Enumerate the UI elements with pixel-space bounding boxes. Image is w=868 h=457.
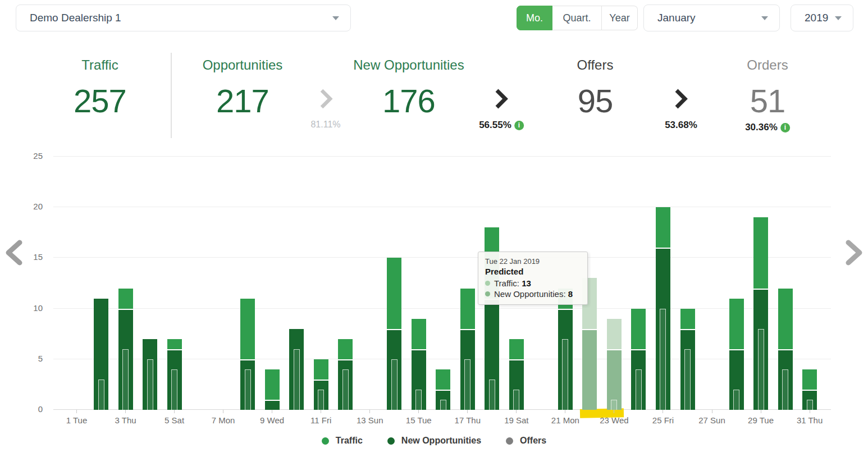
month-select[interactable]: January [643, 4, 780, 31]
legend-item-offers[interactable]: Offers [506, 436, 546, 446]
x-axis-tick-25 [663, 410, 663, 413]
x-axis-label-23: 23 Wed [590, 415, 639, 425]
chevron-right-icon [319, 88, 334, 109]
x-axis-tick-31 [810, 410, 810, 413]
x-axis-label-29: 29 Tue [736, 415, 785, 425]
kpi-traffic-label: Traffic [81, 57, 118, 73]
x-axis-tick-13 [369, 410, 370, 413]
chevron-down-icon [332, 16, 339, 20]
x-axis-label-5: 5 Sat [150, 415, 199, 425]
x-axis-label-17: 17 Thu [443, 415, 492, 425]
chevron-right-icon [494, 88, 509, 109]
x-axis-label-27: 27 Sun [687, 415, 737, 425]
bar-offers-day-15[interactable] [415, 390, 422, 410]
x-axis-tick-1 [76, 410, 77, 413]
tooltip-date: Tue 22 Jan 2019 [485, 257, 581, 266]
kpi-divider [171, 53, 172, 138]
period-toggle-month[interactable]: Mo. [517, 6, 552, 30]
orders-pct: 30.36% i [745, 122, 790, 133]
x-axis-tick-3 [125, 410, 126, 413]
bar-offers-day-31[interactable] [807, 400, 813, 410]
year-select-value: 2019 [805, 12, 828, 24]
x-axis-label-11: 11 Fri [296, 415, 346, 425]
legend-label-traffic: Traffic [336, 436, 363, 446]
x-axis-label-19: 19 Sat [492, 415, 541, 425]
chevron-down-icon [835, 16, 842, 20]
kpi-new-opportunities-value: 176 [382, 82, 435, 120]
tooltip-row-new-opportunities: New Opportunities: 8 [485, 289, 581, 299]
bar-offers-day-26[interactable] [684, 349, 691, 410]
tooltip-title: Predicted [485, 267, 581, 276]
kpi-opportunities-value: 217 [216, 82, 269, 120]
bar-offers-day-3[interactable] [122, 349, 129, 410]
x-axis-tick-9 [272, 410, 272, 413]
bar-offers-day-12[interactable] [342, 369, 349, 410]
kpi-offers-label: Offers [577, 57, 614, 73]
bar-offers-day-18[interactable] [489, 380, 495, 410]
bar-offers-day-17[interactable] [464, 359, 470, 410]
bar-offers-day-29[interactable] [758, 329, 764, 410]
chart-legend: TrafficNew OpportunitiesOffers [0, 436, 868, 446]
bar-offers-day-11[interactable] [318, 390, 324, 410]
kpi-opportunities-label: Opportunities [203, 57, 283, 73]
y-axis-label-0: 0 [20, 404, 43, 414]
bar-offers-day-21[interactable] [562, 339, 568, 410]
dashboard: Demo Dealership 1 Mo. Quart. Year Januar… [0, 0, 868, 457]
bar-offers-day-8[interactable] [245, 369, 251, 410]
legend-item-new-opportunities[interactable]: New Opportunities [387, 436, 481, 446]
bar-offers-day-30[interactable] [782, 369, 788, 410]
bar-offers-day-19[interactable] [513, 390, 519, 410]
y-axis-label-10: 10 [20, 303, 43, 313]
chevron-right-icon [674, 88, 688, 109]
bar-offers-day-10[interactable] [294, 349, 300, 410]
x-axis-label-13: 13 Sun [345, 415, 395, 425]
bar-offers-day-25[interactable] [660, 309, 666, 410]
bar-offers-day-14[interactable] [391, 359, 398, 410]
bar-offers-day-16[interactable] [440, 400, 446, 410]
kpi-new-opportunities-label: New Opportunities [353, 57, 464, 73]
info-icon[interactable]: i [514, 121, 524, 130]
info-icon[interactable]: i [780, 123, 790, 132]
bar-offers-day-23[interactable] [611, 400, 617, 410]
dealership-select-value: Demo Dealership 1 [30, 12, 121, 24]
x-axis-label-15: 15 Tue [394, 415, 444, 425]
new-opportunities-legend-dot-icon [387, 437, 395, 445]
new-to-offers-pct: 56.55% i [479, 120, 524, 131]
x-axis-label-25: 25 Fri [638, 415, 688, 425]
legend-item-traffic[interactable]: Traffic [322, 436, 363, 446]
opportunities-pct: 81.11% [310, 120, 340, 130]
chevron-right-icon[interactable] [846, 240, 864, 266]
period-toggle-quarter[interactable]: Quart. [552, 6, 602, 30]
chart-tooltip: Tue 22 Jan 2019 Predicted Traffic: 13 Ne… [478, 252, 588, 305]
dealership-select[interactable]: Demo Dealership 1 [16, 4, 351, 31]
x-axis-label-1: 1 Tue [52, 415, 102, 425]
plot-area: 1 Tue3 Thu5 Sat7 Mon9 Wed11 Fri13 Sun15 … [53, 157, 831, 410]
bar-new-opportunities-day-9[interactable] [265, 400, 280, 410]
bar-offers-day-5[interactable] [171, 369, 177, 410]
x-axis-tick-17 [467, 410, 468, 413]
x-axis-tick-29 [761, 410, 761, 413]
x-axis-tick-5 [174, 410, 175, 413]
bar-offers-day-2[interactable] [98, 380, 104, 410]
x-axis-label-3: 3 Thu [101, 415, 150, 425]
bar-offers-day-28[interactable] [733, 390, 739, 410]
period-toggle-year[interactable]: Year [602, 6, 638, 30]
y-axis-label-5: 5 [20, 354, 43, 363]
x-axis-tick-7 [223, 410, 223, 413]
traffic-legend-dot-icon [322, 437, 329, 445]
bar-offers-day-4[interactable] [147, 359, 153, 410]
y-axis-label-25: 25 [20, 151, 43, 161]
x-axis-tick-27 [712, 410, 712, 413]
y-axis-label-20: 20 [20, 202, 43, 211]
kpi-offers-value: 95 [578, 82, 613, 120]
period-toggle-quarter-label: Quart. [563, 12, 591, 24]
bar-new-opportunities-day-22[interactable] [582, 329, 597, 410]
x-axis-tick-21 [565, 410, 565, 413]
x-axis-tick-11 [321, 410, 321, 413]
traffic-dot-icon [485, 281, 490, 286]
period-toggle-month-label: Mo. [526, 12, 543, 24]
y-axis-label-15: 15 [20, 252, 43, 262]
year-select[interactable]: 2019 [791, 4, 853, 31]
bar-offers-day-24[interactable] [636, 369, 642, 410]
offers-to-orders-pct: 53.68% [665, 120, 697, 131]
